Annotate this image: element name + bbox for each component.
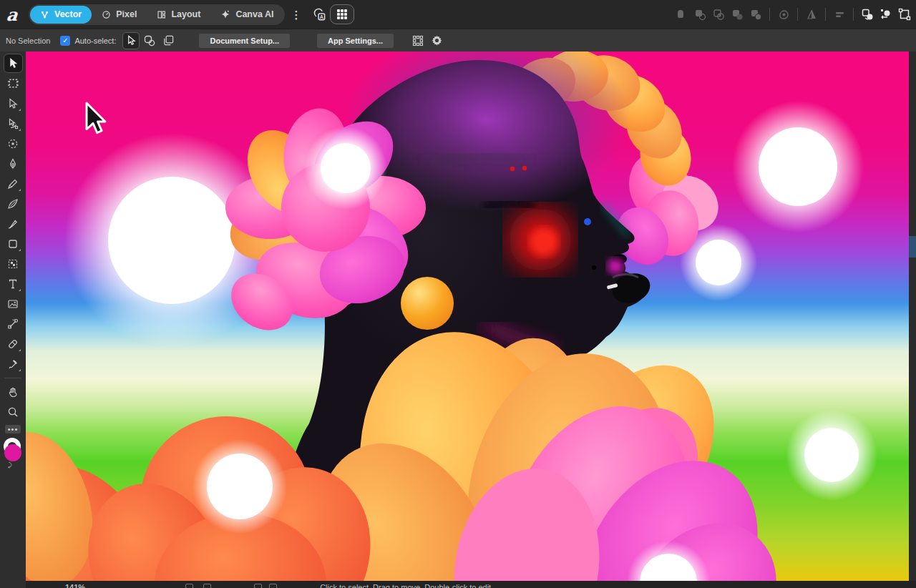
shape-tool[interactable]: [4, 234, 23, 253]
apps-grid-icon[interactable]: [330, 4, 354, 24]
corner-tool[interactable]: [4, 114, 23, 133]
combine-boolean-icon: [747, 5, 764, 24]
page-nav-icon[interactable]: [203, 584, 211, 588]
overflow-menu-icon[interactable]: ⋮: [291, 11, 301, 19]
select-copy-icon[interactable]: [160, 32, 177, 49]
pixel-persona-icon: [102, 10, 111, 19]
pixel-tool[interactable]: [4, 254, 23, 273]
selection-brush-tool[interactable]: [4, 134, 23, 153]
color-well[interactable]: ⤸: [2, 438, 24, 466]
image-tool[interactable]: [4, 294, 23, 313]
earring-sphere: [401, 277, 454, 330]
vector-persona-icon: [40, 10, 49, 19]
move-tool[interactable]: [4, 54, 23, 73]
gradient-tool[interactable]: [4, 314, 23, 333]
intersect-boolean-icon: [710, 5, 727, 24]
more-tools-button[interactable]: •••: [5, 425, 21, 433]
snapshot-icon[interactable]: [254, 584, 262, 588]
select-cursor-icon[interactable]: [122, 32, 140, 49]
persona-tabs: Vector Pixel Layout Canva AI: [29, 4, 285, 25]
subtract-boolean-icon: [691, 5, 708, 24]
tab-layout-label: Layout: [171, 9, 200, 19]
document-setup-button[interactable]: Document Setup...: [199, 34, 290, 48]
tab-pixel[interactable]: Pixel: [92, 6, 147, 24]
pen-tool[interactable]: [4, 154, 23, 173]
canvas[interactable]: [26, 52, 909, 581]
tab-layout[interactable]: Layout: [147, 6, 210, 24]
marquee-grid-icon[interactable]: [409, 32, 427, 49]
context-toolbar: No Selection ✓ Auto-select: Document Set…: [0, 29, 916, 52]
color-picker-tool[interactable]: [4, 354, 23, 373]
status-hint: Click to select. Drag to move. Double-cl…: [320, 583, 493, 588]
paint-brush-tool[interactable]: [4, 214, 23, 233]
status-bar: 141% Click to select. Drag to move. Doub…: [26, 581, 916, 588]
select-shapes-icon[interactable]: [141, 32, 158, 49]
artboard-tool[interactable]: [4, 74, 23, 93]
tab-vector-label: Vector: [54, 9, 82, 19]
add-boolean-icon: [673, 5, 690, 24]
right-edge-strip: [909, 52, 916, 581]
divide-boolean-icon: [729, 5, 746, 24]
pencil-tool[interactable]: [4, 174, 23, 193]
frame-content-icon[interactable]: [896, 5, 913, 24]
node-tool[interactable]: [4, 94, 23, 113]
mirror-icon: [803, 5, 820, 24]
selection-status: No Selection: [6, 36, 50, 45]
tab-canva-ai-label: Canva AI: [235, 9, 273, 19]
vector-brush-tool[interactable]: [4, 194, 23, 213]
svg-text:A: A: [320, 14, 323, 19]
snapshot-icon[interactable]: [269, 584, 277, 588]
rotate-selection-icon[interactable]: [877, 5, 895, 24]
top-toolbar: a Vector Pixel Layout Canva AI ⋮ A: [0, 0, 916, 29]
pan-tool[interactable]: [4, 382, 23, 401]
text-tool[interactable]: [4, 274, 23, 293]
affinity-logo-icon[interactable]: a: [0, 0, 26, 29]
fill-color-swatch[interactable]: [4, 444, 21, 461]
app-settings-button[interactable]: App Settings...: [317, 34, 394, 48]
layout-persona-icon: [157, 10, 166, 19]
language-a-badge-icon[interactable]: A: [308, 4, 330, 24]
tool-rail: ••• ⤸: [0, 52, 26, 588]
sparkle-icon: [220, 9, 230, 19]
gear-icon[interactable]: [428, 32, 445, 49]
transform-objects-icon[interactable]: [859, 5, 876, 24]
compound-icon: [775, 5, 792, 24]
eraser-tool[interactable]: [4, 334, 23, 353]
zoom-level[interactable]: 141%: [65, 583, 85, 588]
auto-select-checkbox[interactable]: ✓: [60, 36, 70, 46]
zoom-tool[interactable]: [4, 402, 23, 421]
alignment-icon: [831, 5, 848, 24]
tab-vector[interactable]: Vector: [30, 6, 92, 24]
swap-colors-icon[interactable]: ⤸: [8, 461, 11, 469]
tab-canva-ai[interactable]: Canva AI: [210, 6, 283, 24]
page-nav-icon[interactable]: [185, 584, 193, 588]
tab-pixel-label: Pixel: [116, 9, 137, 19]
auto-select-label: Auto-select:: [74, 36, 116, 45]
artwork-woman-profile-flowers: [26, 52, 909, 581]
